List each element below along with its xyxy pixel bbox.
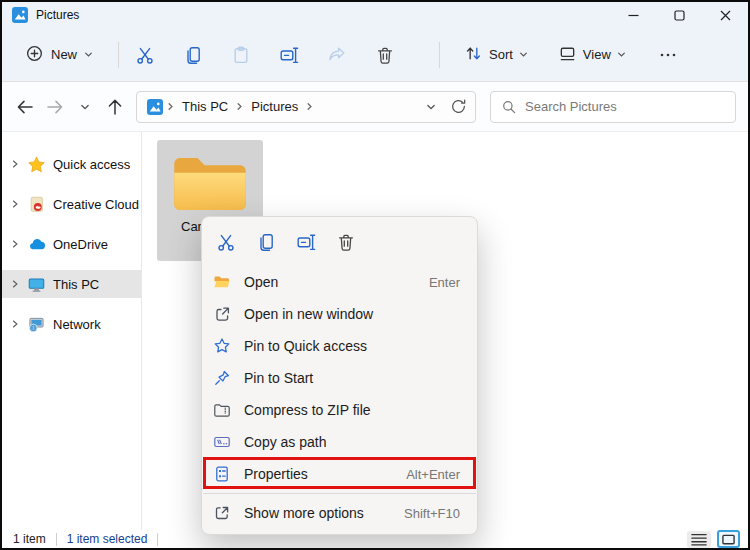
sidebar-item-this-pc[interactable]: This PC [2, 270, 141, 298]
chevron-right-icon[interactable] [10, 319, 20, 329]
forward-button[interactable] [40, 92, 70, 122]
chevron-down-icon [84, 47, 93, 62]
copy-menu-button[interactable] [256, 232, 276, 252]
star-icon [28, 156, 45, 173]
breadcrumb-this-pc[interactable]: This PC [178, 97, 232, 116]
shortcut-label: Shift+F10 [404, 506, 460, 521]
sort-button[interactable]: Sort [456, 39, 536, 71]
breadcrumb-pictures[interactable]: Pictures [247, 97, 302, 116]
sidebar-item-label: Network [53, 317, 101, 332]
chevron-right-icon[interactable] [10, 279, 20, 289]
shortcut-label: Alt+Enter [406, 467, 460, 482]
chevron-right-icon[interactable] [10, 159, 20, 169]
star-outline-icon [213, 337, 231, 355]
close-button[interactable] [702, 2, 748, 28]
chevron-down-icon [519, 47, 528, 62]
pictures-app-icon [12, 7, 28, 23]
up-button[interactable] [100, 92, 130, 122]
menu-item-compress-to-zip[interactable]: Compress to ZIP file [202, 394, 477, 426]
copy-path-icon [213, 433, 231, 451]
toolbar-divider [439, 42, 440, 68]
search-input[interactable] [525, 99, 725, 114]
zip-folder-icon [213, 401, 231, 419]
maximize-button[interactable] [656, 2, 702, 28]
thumbnail-view-toggle[interactable] [717, 530, 740, 548]
window-title: Pictures [36, 8, 79, 22]
status-divider [157, 533, 158, 546]
view-layout-icon [558, 44, 577, 66]
menu-item-pin-to-quick-access[interactable]: Pin to Quick access [202, 330, 477, 362]
cut-menu-button[interactable] [216, 232, 236, 252]
more-options-button[interactable] [658, 45, 678, 65]
share-button[interactable] [327, 45, 347, 65]
delete-button[interactable] [375, 45, 395, 65]
view-button-label: View [583, 47, 611, 62]
minimize-button[interactable] [610, 2, 656, 28]
new-button-label: New [51, 47, 77, 62]
pin-icon [213, 369, 231, 387]
rename-menu-button[interactable] [296, 232, 316, 252]
pictures-folder-icon [147, 99, 163, 115]
item-count: 1 item [13, 532, 46, 546]
menu-item-properties[interactable]: Properties Alt+Enter [202, 458, 477, 490]
properties-icon [213, 465, 231, 483]
network-icon [28, 316, 45, 333]
menu-separator [203, 493, 476, 494]
sidebar-item-label: This PC [53, 277, 99, 292]
copy-button[interactable] [183, 45, 203, 65]
quick-actions-row [202, 217, 477, 266]
onedrive-cloud-icon [28, 236, 45, 253]
navigation-pane: Quick access Creative Cloud Fi OneDriv [2, 132, 142, 530]
file-explorer-window: Pictures New [0, 0, 750, 550]
menu-item-show-more-options[interactable]: Show more options Shift+F10 [202, 497, 477, 529]
details-view-toggle[interactable] [687, 531, 711, 548]
chevron-down-icon [617, 47, 626, 62]
paste-button[interactable] [231, 45, 251, 65]
menu-item-open[interactable]: Open Enter [202, 266, 477, 298]
show-more-icon [213, 504, 231, 522]
search-icon [501, 99, 517, 115]
menu-item-copy-as-path[interactable]: Copy as path [202, 426, 477, 458]
address-bar-row: This PC Pictures [2, 82, 748, 132]
sidebar-item-label: Creative Cloud Fi [53, 197, 141, 212]
address-dropdown-chevron[interactable] [426, 102, 436, 112]
context-menu: Open Enter Open in new window Pin to Qui… [201, 216, 478, 535]
shortcut-label: Enter [429, 275, 460, 290]
view-button[interactable]: View [550, 39, 634, 71]
back-button[interactable] [10, 92, 40, 122]
sidebar-item-network[interactable]: Network [2, 310, 141, 338]
sidebar-item-onedrive[interactable]: OneDrive [2, 230, 141, 258]
chevron-right-icon [166, 102, 175, 111]
creative-cloud-icon [28, 196, 45, 213]
chevron-right-icon[interactable] [10, 199, 20, 209]
computer-icon [28, 276, 45, 293]
open-folder-icon [213, 273, 231, 291]
menu-item-open-in-new-window[interactable]: Open in new window [202, 298, 477, 330]
menu-item-pin-to-start[interactable]: Pin to Start [202, 362, 477, 394]
status-divider [56, 533, 57, 546]
open-new-window-icon [213, 305, 231, 323]
delete-menu-button[interactable] [336, 232, 356, 252]
search-box[interactable] [490, 91, 736, 123]
titlebar: Pictures [2, 2, 748, 28]
chevron-right-icon [305, 102, 314, 111]
history-chevron-button[interactable] [70, 92, 100, 122]
folder-icon [171, 153, 249, 215]
sort-button-label: Sort [489, 47, 513, 62]
sidebar-item-label: OneDrive [53, 237, 108, 252]
sidebar-item-label: Quick access [53, 157, 130, 172]
plus-circle-icon [25, 44, 44, 66]
refresh-button[interactable] [450, 98, 467, 115]
cut-button[interactable] [135, 45, 155, 65]
selected-count: 1 item selected [67, 532, 148, 546]
rename-button[interactable] [279, 45, 299, 65]
chevron-right-icon[interactable] [10, 239, 20, 249]
breadcrumb[interactable]: This PC Pictures [136, 91, 476, 123]
sort-arrows-icon [464, 44, 483, 66]
window-controls [610, 2, 748, 28]
sidebar-item-quick-access[interactable]: Quick access [2, 150, 141, 178]
new-button[interactable]: New [16, 39, 102, 71]
chevron-right-icon [235, 102, 244, 111]
command-toolbar: New Sort [2, 28, 748, 82]
sidebar-item-creative-cloud[interactable]: Creative Cloud Fi [2, 190, 141, 218]
